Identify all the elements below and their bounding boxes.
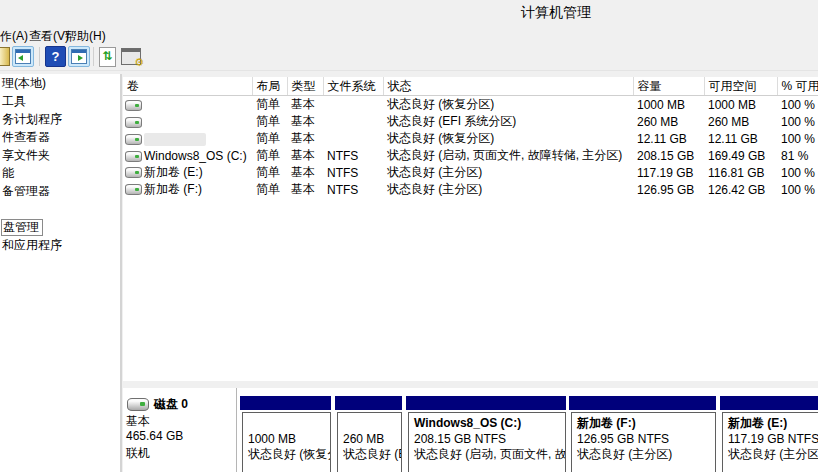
partition-block-recovery-1000mb[interactable]: 1000 MB 状态良好 (恢复分区) <box>240 388 331 472</box>
column-header-pct-free[interactable]: % 可用 <box>777 77 818 96</box>
console-settings-button[interactable]: ⚙ <box>121 46 143 67</box>
partition-color-bar <box>569 396 716 410</box>
disk-graphical-view: 磁盘 0 基本 465.64 GB 联机 1000 MB 状态良好 (恢复分区)… <box>123 388 818 472</box>
table-row[interactable]: Windows8_OS (C:) 简单 基本 NTFS 状态良好 (启动, 页面… <box>123 147 818 164</box>
help-icon: ? <box>52 49 60 64</box>
tree-item-storage <box>0 200 120 218</box>
tree-item-computer-management[interactable]: 理(本地) <box>0 74 120 92</box>
partition-block-efi-260mb[interactable]: 260 MB 状态良好 (EFI 系统分区) <box>335 388 402 472</box>
menu-bar: 作(A) 查看(V) 帮助(H) <box>0 24 818 44</box>
column-header-type[interactable]: 类型 <box>287 77 323 96</box>
window-title: 计算机管理 <box>521 4 591 22</box>
refresh-icon: ⇅ <box>99 47 116 67</box>
cut-off-icon <box>0 47 10 66</box>
volume-icon <box>125 167 142 178</box>
toolbar-separator <box>39 47 40 66</box>
partition-color-bar <box>406 396 566 410</box>
actions-pane-icon <box>71 49 87 64</box>
column-header-free-space[interactable]: 可用空间 <box>704 77 777 96</box>
volume-list: 卷 布局 类型 文件系统 状态 容量 可用空间 % 可用 简单 基本 状态良好 … <box>123 77 818 381</box>
partition-block-new-volume-f[interactable]: 新加卷 (F:) 126.95 GB NTFS 状态良好 (主分区) <box>569 388 716 472</box>
tree-item-shared-folders[interactable]: 享文件夹 <box>0 146 120 164</box>
column-header-layout[interactable]: 布局 <box>252 77 287 96</box>
disk-size: 465.64 GB <box>126 429 183 443</box>
title-bar: 计算机管理 <box>0 0 818 24</box>
computer-management-window: 计算机管理 作(A) 查看(V) 帮助(H) ? ⇅ ⚙ 理(本地) 工具 务计… <box>0 0 818 472</box>
tree-item-performance[interactable]: 能 <box>0 164 120 182</box>
panel-splitter[interactable] <box>123 381 818 388</box>
tree-item-event-viewer[interactable]: 件查看器 <box>0 128 120 146</box>
disk-type: 基本 <box>126 413 150 430</box>
table-row[interactable]: 简单 基本 状态良好 (EFI 系统分区) 260 MB 260 MB 100 … <box>123 113 818 130</box>
show-actions-pane-button[interactable] <box>68 46 90 67</box>
partition-block-windows8-os-c[interactable]: Windows8_OS (C:) 208.15 GB NTFS 状态良好 (启动… <box>406 388 566 472</box>
console-tree: 理(本地) 工具 务计划程序 件查看器 享文件夹 能 备管理器 盘管理 和应用程… <box>0 74 122 472</box>
column-header-status[interactable]: 状态 <box>383 77 633 96</box>
refresh-button[interactable]: ⇅ <box>97 46 119 67</box>
disk-header-cell[interactable]: 磁盘 0 基本 465.64 GB 联机 <box>123 388 237 472</box>
partition-color-bar <box>720 396 818 410</box>
tree-item-disk-management[interactable]: 盘管理 <box>0 218 120 236</box>
toolbar: ? ⇅ ⚙ <box>0 44 818 71</box>
volume-icon <box>125 184 142 195</box>
column-header-capacity[interactable]: 容量 <box>633 77 704 96</box>
table-row[interactable]: 简单 基本 状态良好 (恢复分区) 1000 MB 1000 MB 100 % <box>123 96 818 114</box>
tree-item-task-scheduler[interactable]: 务计划程序 <box>0 110 120 128</box>
disk-name: 磁盘 0 <box>154 397 188 411</box>
tree-item-device-manager[interactable]: 备管理器 <box>0 182 120 200</box>
console-window-icon: ⚙ <box>121 48 141 65</box>
partition-color-bar <box>240 396 331 410</box>
tree-item-services-applications[interactable]: 和应用程序 <box>0 236 120 254</box>
table-row[interactable]: 简单 基本 状态良好 (恢复分区) 12.11 GB 12.11 GB 100 … <box>123 130 818 147</box>
table-header-row: 卷 布局 类型 文件系统 状态 容量 可用空间 % 可用 <box>123 77 818 96</box>
column-header-volume[interactable]: 卷 <box>123 77 252 96</box>
disk-status: 联机 <box>126 445 150 462</box>
partition-color-bar <box>335 396 402 410</box>
redacted-volume-name <box>144 133 206 146</box>
show-console-tree-button[interactable] <box>12 46 34 67</box>
volume-icon <box>125 117 142 128</box>
volume-icon <box>125 100 142 111</box>
tree-item-system-tools[interactable]: 工具 <box>0 92 120 110</box>
volume-icon <box>125 134 142 145</box>
toolbar-separator <box>93 47 94 66</box>
volume-table: 卷 布局 类型 文件系统 状态 容量 可用空间 % 可用 简单 基本 状态良好 … <box>123 77 818 198</box>
table-row[interactable]: 新加卷 (E:) 简单 基本 NTFS 状态良好 (主分区) 117.19 GB… <box>123 164 818 181</box>
volume-icon <box>125 151 142 162</box>
partition-block-new-volume-e[interactable]: 新加卷 (E:) 117.19 GB NTFS 状态良好 (主分区) <box>720 388 818 472</box>
help-button[interactable]: ? <box>45 46 66 67</box>
console-tree-icon <box>15 49 31 64</box>
column-header-filesystem[interactable]: 文件系统 <box>323 77 383 96</box>
disk-icon <box>127 398 149 411</box>
table-row[interactable]: 新加卷 (F:) 简单 基本 NTFS 状态良好 (主分区) 126.95 GB… <box>123 181 818 198</box>
